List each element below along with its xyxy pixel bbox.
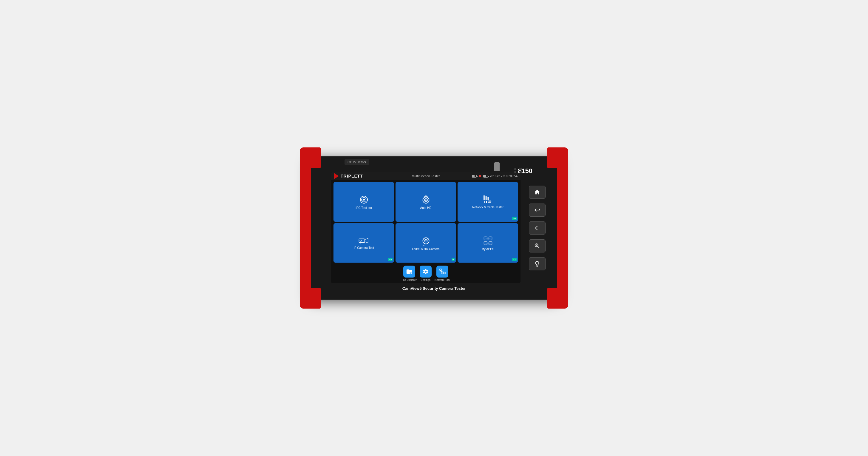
file-explorer-label: File Explorer: [402, 278, 417, 281]
my-apps-badge: 27: [512, 258, 517, 261]
grip-left: [300, 168, 311, 288]
screw: [514, 168, 516, 170]
file-explorer-icon: [403, 266, 415, 277]
ipc-test-label: IPC Test pro: [355, 206, 372, 210]
network-cable-icon: [483, 195, 493, 205]
corner-tr: [547, 147, 568, 168]
shortcut-settings[interactable]: Settings: [420, 266, 432, 281]
light-button[interactable]: [529, 257, 546, 270]
battery-icon-2: [483, 175, 488, 178]
ipc-test-icon: [359, 194, 369, 205]
app-ip-camera-test[interactable]: IP IP Camera Test 15: [334, 223, 394, 263]
bnc-connector: [494, 162, 500, 171]
device-screen: TRIPLETT Multifunction Tester ✖ 2016-01-…: [331, 172, 521, 283]
svg-rect-34: [441, 272, 443, 274]
svg-point-2: [363, 199, 365, 201]
corner-br: [547, 288, 568, 309]
my-apps-label: My APPS: [482, 247, 494, 251]
screw: [520, 171, 522, 173]
datetime-label: 2016-01-02 06:09:54: [490, 175, 518, 178]
svg-rect-9: [485, 196, 487, 200]
screw: [514, 171, 516, 173]
app-row-2: IP IP Camera Test 15: [334, 223, 518, 263]
side-buttons: [528, 183, 547, 273]
settings-icon: [420, 266, 432, 277]
svg-point-6: [425, 200, 427, 201]
svg-text:HD: HD: [423, 244, 425, 246]
svg-rect-35: [443, 272, 445, 274]
network-cable-badge: 10: [512, 217, 517, 220]
device-bottom-label: CamView5 Security Camera Tester: [402, 286, 466, 291]
cvbs-hd-badge: 9: [452, 258, 455, 261]
grip-right: [557, 168, 568, 288]
home-button[interactable]: [529, 186, 546, 199]
svg-point-7: [425, 195, 427, 197]
svg-rect-14: [488, 202, 491, 202]
cvbs-hd-label: CVBS & HD Camera: [412, 247, 439, 251]
shortcut-file-explorer[interactable]: File Explorer: [402, 266, 417, 281]
svg-rect-12: [486, 201, 487, 203]
my-apps-icon: [483, 236, 493, 246]
cvbs-hd-icon: HD: [421, 236, 431, 246]
corner-bl: [300, 288, 321, 309]
device: CCTV Tester 8150: [300, 147, 568, 309]
subtitle-label: Multifunction Tester: [412, 174, 440, 178]
svg-marker-16: [365, 238, 368, 243]
triplett-arrow-icon: [334, 173, 339, 179]
svg-text:IP: IP: [360, 243, 361, 244]
ip-camera-label: IP Camera Test: [353, 246, 374, 250]
corner-tl: [300, 147, 321, 168]
screen-topbar: TRIPLETT Multifunction Tester ✖ 2016-01-…: [331, 172, 521, 180]
enter-button[interactable]: [529, 204, 546, 217]
ip-camera-badge: 15: [388, 258, 393, 261]
shortcut-network-tool[interactable]: Network Tool: [435, 266, 450, 281]
screw: [520, 168, 522, 170]
svg-point-21: [425, 240, 427, 241]
svg-rect-33: [440, 269, 441, 271]
brand-name: TRIPLETT: [341, 174, 363, 179]
svg-rect-8: [484, 195, 485, 200]
svg-point-17: [360, 240, 362, 241]
app-network-cable-tester[interactable]: Network & Cable Tester 10: [458, 182, 518, 222]
svg-rect-11: [485, 201, 485, 203]
app-my-apps[interactable]: My APPS 27: [458, 223, 518, 263]
network-cable-label: Network & Cable Tester: [472, 206, 503, 209]
brand-logo: TRIPLETT: [334, 173, 363, 179]
app-row-1: IPC Test pro: [334, 182, 518, 222]
bottom-shortcuts: File Explorer Settings: [331, 265, 521, 283]
device-body: CCTV Tester 8150: [309, 156, 559, 300]
svg-rect-10: [487, 197, 489, 200]
network-tool-icon: [436, 266, 448, 277]
app-auto-hd[interactable]: Auto HD: [396, 182, 456, 222]
auto-hd-icon: [421, 194, 431, 205]
battery-icon: [472, 175, 477, 178]
back-button[interactable]: [529, 221, 546, 235]
app-grid: IPC Test pro: [331, 180, 521, 265]
zoom-button[interactable]: [529, 239, 546, 252]
app-ipc-test-pro[interactable]: IPC Test pro: [334, 182, 394, 222]
ip-camera-icon: IP: [359, 237, 369, 245]
app-cvbs-hd[interactable]: HD CVBS & HD Camera 9: [396, 223, 456, 263]
network-tool-label: Network Tool: [435, 278, 450, 281]
status-bar: ✖ 2016-01-02 06:09:54: [472, 174, 518, 178]
cctv-label: CCTV Tester: [344, 159, 369, 165]
auto-hd-label: Auto HD: [420, 206, 432, 210]
settings-label: Settings: [421, 278, 431, 281]
